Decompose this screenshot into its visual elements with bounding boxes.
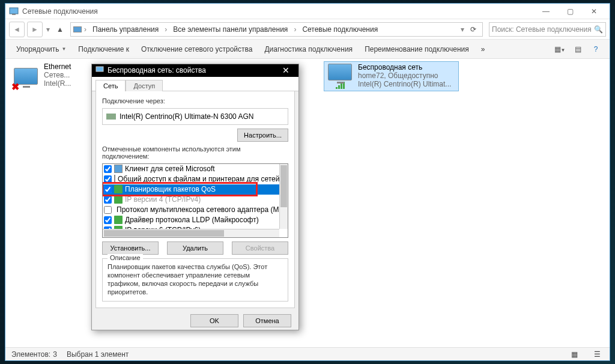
help-button[interactable]: ? [588,45,604,53]
component-checkbox[interactable] [104,186,112,193]
dialog-titlebar: Беспроводная сеть: свойства ✕ [92,64,298,77]
more-button[interactable]: » [476,43,490,55]
adapter-box: Intel(R) Centrino(R) Ultimate-N 6300 AGN [102,108,288,125]
component-label: IP версии 4 (TCP/IPv4) [125,195,201,204]
item-count: 3 [53,350,57,359]
window-buttons: — ▢ ✕ [534,5,606,18]
connect-via-label: Подключение через: [102,97,288,105]
ok-button[interactable]: OK [190,314,238,327]
components-list[interactable]: Клиент для сетей Microsoft Общий доступ … [102,163,288,238]
disconnected-icon: ✖ [11,81,19,93]
configure-button[interactable]: Настроить... [237,129,288,142]
properties-dialog: Беспроводная сеть: свойства ✕ Сеть Досту… [91,64,299,330]
view-details-button[interactable]: ▤ [570,45,586,53]
rename-button[interactable]: Переименование подключения [360,43,474,55]
navbar: ◄ ► ▾ ▲ › Панель управления › Все элемен… [5,19,610,40]
vertical-scrollbar[interactable] [279,164,288,229]
component-checkbox[interactable] [104,165,112,173]
dialog-icon [95,66,104,75]
breadcrumb-item[interactable]: Панель управления [89,23,162,36]
component-label: Клиент для сетей Microsoft [125,165,215,173]
cancel-button[interactable]: Отмена [243,314,291,327]
history-dropdown[interactable]: ▾ [45,25,51,34]
connect-button[interactable]: Подключение к [73,43,134,55]
component-item[interactable]: Общий доступ к файлам и принтерам для се… [103,174,279,184]
description-group: Описание Планировщик пакетов качества сл… [102,258,288,302]
description-legend: Описание [108,254,143,261]
close-button[interactable]: ✕ [582,5,606,18]
address-bar[interactable]: › Панель управления › Все элементы панел… [70,22,483,37]
component-label: Драйвер протокола LLDP (Майкрософт) [125,216,259,224]
titlebar: Сетевые подключения — ▢ ✕ [5,4,610,19]
up-button[interactable]: ▲ [53,23,67,36]
dialog-footer: OK Отмена [92,312,298,330]
component-label: Общий доступ к файлам и принтерам для се… [118,175,279,183]
component-label: Протокол мультиплексора сетевого адаптер… [117,205,279,214]
component-label: Планировщик пакетов QoS [125,185,216,193]
adapter-name: Intel(R) Centrino(R) Ultimate-N 6300 AGN [120,112,253,121]
svg-rect-2 [96,67,103,71]
item-count-label: Элементов: [11,350,50,359]
remove-button[interactable]: Удалить [167,241,223,255]
svg-rect-0 [10,8,18,14]
connection-icon [326,63,354,89]
maximize-button[interactable]: ▢ [558,5,582,18]
component-icon [114,195,123,204]
breadcrumb-item[interactable]: Все элементы панели управления [169,23,291,36]
minimize-button[interactable]: — [534,5,558,18]
component-item[interactable]: Драйвер протокола LLDP (Майкрософт) [103,215,279,225]
app-icon [9,7,19,16]
search-placeholder: Поиск: Сетевые подключения [492,25,592,34]
connection-status: home72, Общедоступно [358,71,457,80]
svg-rect-1 [12,14,16,15]
component-checkbox[interactable] [104,175,112,183]
search-icon: 🔍 [594,25,603,34]
connection-adapter: Intel(R) Centrino(R) Ultimat... [358,80,457,88]
component-checkbox[interactable] [104,216,112,224]
component-checkbox[interactable] [104,196,112,204]
organize-button[interactable]: Упорядочить▼ [11,43,71,55]
connection-wifi[interactable]: Беспроводная сеть home72, Общедоступно I… [324,61,459,91]
back-button[interactable]: ◄ [9,22,25,37]
install-button[interactable]: Установить... [102,241,159,255]
statusbar: Элементов: 3 Выбран 1 элемент ▦ ☰ [5,347,610,360]
component-icon [114,165,123,173]
properties-button[interactable]: Свойства [232,241,288,255]
component-icon [114,175,115,183]
component-item[interactable]: IP версии 4 (TCP/IPv4) [103,195,279,205]
component-item[interactable]: Протокол мультиплексора сетевого адаптер… [103,205,279,215]
view-list-button[interactable]: ☰ [590,350,604,359]
window-title: Сетевые подключения [22,7,534,16]
dialog-body: Подключение через: Intel(R) Centrino(R) … [95,91,295,308]
connection-name: Беспроводная сеть [358,63,457,71]
disable-button[interactable]: Отключение сетевого устройства [136,43,257,55]
search-input[interactable]: Поиск: Сетевые подключения 🔍 [489,22,606,37]
component-icon [114,216,123,224]
refresh-button[interactable]: ⟳ [467,25,480,34]
component-icon [114,185,123,193]
view-thumbnails-button[interactable]: ▦ [568,350,581,359]
components-label: Отмеченные компоненты используются этим … [102,145,288,160]
dialog-close-button[interactable]: ✕ [277,65,295,75]
connection-icon: ✖ [11,62,40,90]
tab-access[interactable]: Доступ [126,80,163,91]
description-text: Планировщик пакетов качества службы (QoS… [108,262,283,296]
adapter-icon [106,114,116,120]
component-checkbox[interactable] [104,206,112,214]
toolbar: Упорядочить▼ Подключение к Отключение се… [5,40,610,59]
horizontal-scrollbar[interactable] [103,229,279,237]
diagnose-button[interactable]: Диагностика подключения [259,43,357,55]
view-icons-button[interactable]: ▦▼ [552,45,568,53]
dialog-title: Беспроводная сеть: свойства [108,66,273,74]
tab-network[interactable]: Сеть [95,80,126,91]
forward-button[interactable]: ► [27,22,43,37]
component-item-selected[interactable]: Планировщик пакетов QoS [103,184,279,195]
chevron-icon: › [165,25,167,34]
address-dropdown[interactable]: ▾ [461,25,464,34]
breadcrumb-item[interactable]: Сетевые подключения [298,23,381,36]
chevron-icon: › [294,25,296,34]
selection-label: Выбран 1 элемент [67,350,129,359]
chevron-icon: › [84,25,86,34]
component-item[interactable]: Клиент для сетей Microsoft [103,164,279,174]
location-icon [73,26,82,32]
